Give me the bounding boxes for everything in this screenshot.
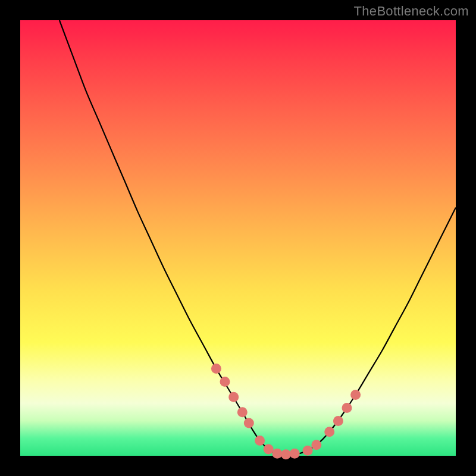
highlight-dot: [303, 446, 313, 456]
highlight-dot: [244, 418, 254, 428]
highlight-dot: [255, 436, 265, 446]
highlight-dot: [211, 364, 221, 374]
highlight-dot: [281, 449, 291, 459]
highlight-dots-group: [211, 364, 361, 459]
highlight-dot: [272, 449, 282, 459]
plot-area: [20, 20, 456, 456]
bottleneck-curve: [60, 20, 456, 455]
chart-svg: [20, 20, 456, 456]
highlight-dot: [290, 449, 300, 459]
highlight-dot: [228, 392, 239, 402]
highlight-dot: [237, 407, 248, 417]
highlight-dot: [333, 416, 343, 426]
highlight-dot: [324, 427, 334, 437]
highlight-dot: [311, 440, 321, 450]
chart-frame: TheBottleneck.com: [0, 0, 476, 476]
highlight-dot: [350, 390, 361, 400]
watermark-text: TheBottleneck.com: [354, 4, 469, 19]
highlight-dot: [342, 403, 352, 413]
highlight-dot: [220, 377, 230, 387]
highlight-dot: [264, 444, 274, 455]
